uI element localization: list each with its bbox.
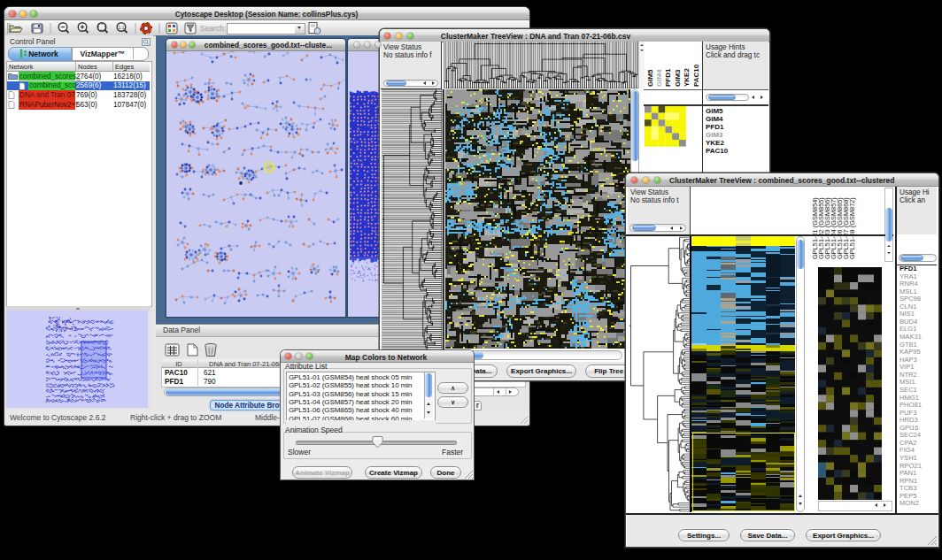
svg-text:1:1: 1:1	[119, 25, 125, 30]
